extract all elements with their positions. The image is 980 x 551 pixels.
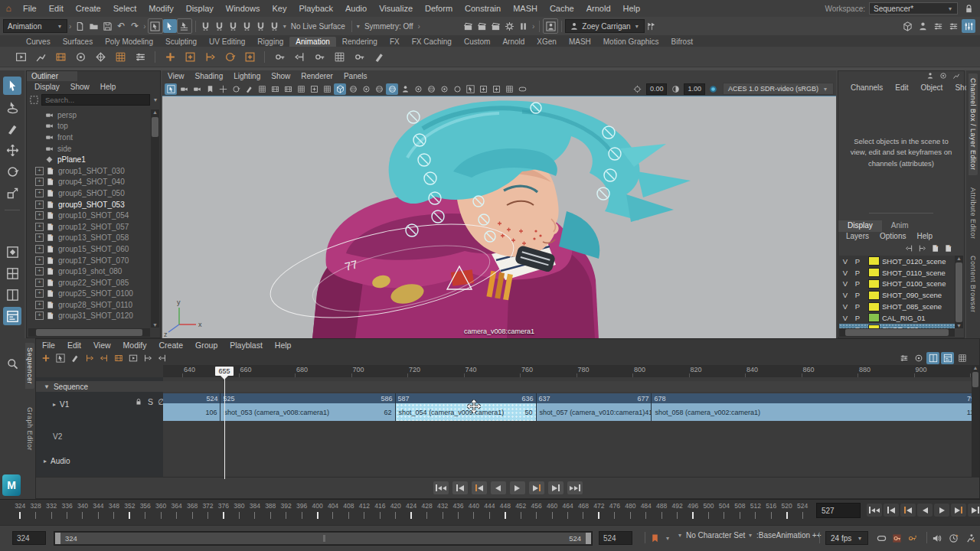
current-frame-field[interactable]: 527 — [816, 503, 861, 518]
timeline-play-forwards-button[interactable] — [934, 504, 949, 517]
sequencer-clip-shot-053[interactable]: 525586shot_053 (camera_v008:camera1)62 — [220, 393, 395, 421]
expand-icon[interactable]: + — [35, 189, 44, 197]
frame-508[interactable]: 508 — [732, 502, 747, 523]
layer-playback-toggle[interactable]: P — [851, 257, 864, 266]
seq-snap-icon[interactable] — [897, 352, 910, 364]
film-gate-icon[interactable] — [269, 83, 281, 95]
frame-352[interactable]: 352 — [122, 502, 137, 523]
shift-shot-left-icon[interactable] — [83, 352, 96, 364]
frame-484[interactable]: 484 — [639, 502, 654, 523]
outliner-search-input[interactable] — [41, 94, 150, 106]
viewport-menu-view[interactable]: View — [162, 72, 190, 80]
layer-visible-toggle[interactable]: V — [839, 291, 851, 299]
frame-376[interactable]: 376 — [216, 502, 231, 523]
open-render-view-icon[interactable] — [462, 19, 475, 33]
scroll-thumb[interactable] — [956, 262, 962, 322]
expand-icon[interactable]: + — [35, 267, 44, 276]
sequencer-menu-create[interactable]: Create — [153, 341, 190, 350]
bookmark-view-icon[interactable] — [204, 83, 216, 95]
scroll-thumb[interactable] — [152, 117, 158, 137]
shelf-tab-poly-modeling[interactable]: Poly Modeling — [99, 37, 159, 47]
range-start-handle[interactable] — [55, 533, 60, 544]
constrain-key-4-icon[interactable] — [331, 48, 348, 65]
frame-468[interactable]: 468 — [576, 502, 591, 523]
motion-blur-icon[interactable] — [438, 83, 450, 95]
layer-playback-toggle[interactable]: P — [851, 269, 864, 277]
gate-mask-icon[interactable] — [295, 83, 307, 95]
layer-visible-toggle[interactable]: V — [839, 302, 851, 311]
grease-pencil-icon[interactable] — [243, 83, 255, 95]
frame-324[interactable]: 324 — [12, 502, 28, 523]
constrain-key-1-icon[interactable] — [271, 48, 288, 65]
sequencer-menu-edit[interactable]: Edit — [61, 341, 87, 350]
frame-412[interactable]: 412 — [357, 502, 372, 523]
layer-playback-toggle[interactable]: P — [851, 291, 864, 299]
render-current-frame-icon[interactable] — [475, 19, 489, 33]
outliner-item-pplane1[interactable]: pPlane1 — [28, 154, 150, 165]
frame-504[interactable]: 504 — [717, 502, 732, 523]
textured-display-icon[interactable] — [347, 83, 359, 95]
expand-icon[interactable]: + — [35, 201, 44, 209]
modeling-toolkit-toggle-icon[interactable] — [962, 19, 975, 33]
set-key-icon[interactable] — [162, 48, 178, 65]
scroll-thumb[interactable] — [36, 329, 142, 336]
field-chart-icon[interactable] — [308, 83, 320, 95]
use-default-material-icon[interactable] — [360, 83, 372, 95]
layout-four-pane[interactable] — [3, 264, 21, 282]
frame-buffer-2-icon[interactable] — [490, 83, 502, 95]
shelf-tab-animation[interactable]: Animation — [289, 37, 335, 47]
track-audio-label[interactable]: ▸ Audio — [44, 457, 70, 465]
shelf-tab-rigging[interactable]: Rigging — [251, 37, 289, 47]
safe-action-icon[interactable] — [321, 83, 333, 95]
xray-icon[interactable] — [386, 83, 398, 95]
outliner-item-group22-shot-085[interactable]: +group22_SHOT_085 — [28, 277, 150, 289]
character-controls-icon[interactable] — [916, 19, 929, 33]
frame-444[interactable]: 444 — [482, 502, 497, 523]
snap-to-points-icon[interactable] — [227, 19, 240, 33]
timeline-previous-key-button[interactable] — [900, 504, 916, 517]
seq-frame-all-icon[interactable] — [941, 352, 954, 364]
channel-box-toggle-icon[interactable] — [931, 19, 945, 33]
expand-icon[interactable]: + — [35, 233, 44, 242]
sequencer-clip-shot-058[interactable]: 678794shot_058 (camera_v002:camera1)117 — [652, 393, 972, 421]
character-picker[interactable]: Zoey Carrigan ▾ — [565, 19, 644, 33]
menu-windows[interactable]: Windows — [220, 4, 266, 13]
shelf-tab-surfaces[interactable]: Surfaces — [57, 37, 99, 47]
outliner-item-top[interactable]: top — [28, 121, 150, 132]
shelf-tab-motion-graphics[interactable]: Motion Graphics — [597, 37, 665, 47]
set-in-frame-icon[interactable] — [141, 352, 154, 364]
razor-shot-icon[interactable] — [68, 352, 81, 364]
shelf-tab-uv-editing[interactable]: UV Editing — [203, 37, 251, 47]
frame-332[interactable]: 332 — [44, 502, 59, 523]
outliner-item-group15-shot-060[interactable]: +group15_SHOT_060 — [28, 243, 150, 255]
shelf-tab-custom[interactable]: Custom — [458, 37, 496, 47]
render-settings-icon[interactable] — [503, 19, 517, 33]
frame-520[interactable]: 520 — [779, 502, 794, 523]
outliner-item-side[interactable]: side — [28, 143, 150, 155]
outliner-title-tab[interactable]: Outliner — [27, 71, 77, 81]
seq-step-back-button[interactable] — [452, 481, 468, 494]
layer-visible-toggle[interactable]: V — [839, 314, 851, 322]
outliner-item-group10-shot-054[interactable]: +group10_SHOT_054 — [28, 210, 150, 221]
sequencer-menu-modify[interactable]: Modify — [117, 341, 153, 350]
outliner-menu-help[interactable]: Help — [96, 83, 121, 91]
channel-graph-icon[interactable] — [951, 71, 961, 80]
anim-start-field[interactable]: 324 — [12, 531, 46, 545]
constrain-key-2-icon[interactable] — [291, 48, 308, 65]
shelf-tab-arnold[interactable]: Arnold — [496, 37, 531, 47]
yellow-swatch[interactable] — [868, 279, 880, 289]
scroll-thumb[interactable] — [845, 329, 949, 336]
save-scene-icon[interactable] — [100, 19, 114, 33]
frame-380[interactable]: 380 — [231, 502, 247, 523]
loop-playback-icon[interactable] — [874, 531, 888, 545]
track-v2-label[interactable]: V2 — [53, 432, 62, 441]
seq-zoom-selection-icon[interactable] — [926, 352, 939, 364]
outliner-item-group17-shot-070[interactable]: +group17_SHOT_070 — [28, 255, 150, 266]
lasso-tool[interactable] — [3, 98, 21, 116]
character-set-box-icon[interactable] — [543, 18, 558, 34]
image-plane-icon[interactable] — [217, 83, 229, 95]
expand-icon[interactable]: + — [35, 289, 44, 298]
channel-history-icon[interactable] — [938, 71, 948, 80]
sequencer-clip-shot-057[interactable]: 637677shot_057 (camera_v010:camera1)41 — [537, 393, 652, 421]
shelf-tab-curves[interactable]: Curves — [20, 37, 57, 47]
